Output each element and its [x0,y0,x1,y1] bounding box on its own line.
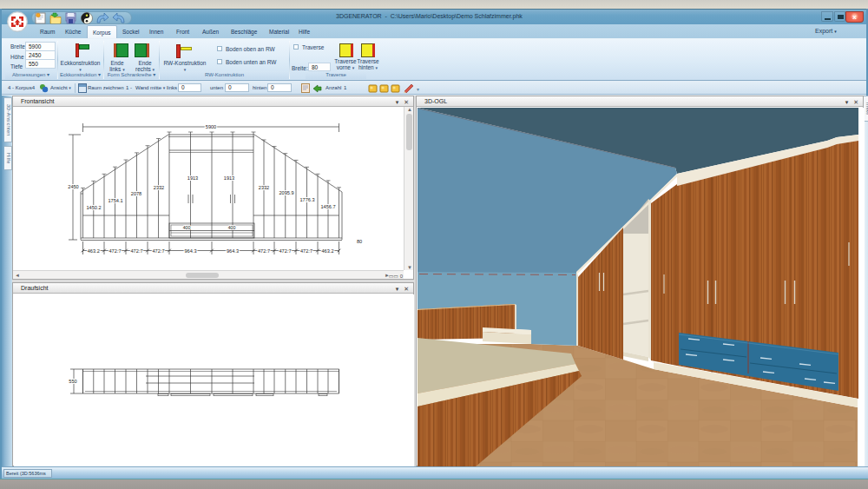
svg-text:964.3: 964.3 [227,248,239,254]
svg-text:1754.1: 1754.1 [108,198,122,203]
svg-text:1776.3: 1776.3 [299,197,314,202]
svg-text:472.7: 472.7 [300,248,312,254]
svg-text:1913: 1913 [224,175,234,181]
svg-text:80: 80 [357,239,362,244]
svg-text:472.7: 472.7 [279,248,292,254]
svg-text:2078: 2078 [131,191,141,196]
svg-text:2450: 2450 [68,184,78,189]
svg-text:550: 550 [69,379,76,384]
svg-text:2095.9: 2095.9 [279,190,293,195]
svg-text:1456.7: 1456.7 [320,204,335,209]
svg-text:472.7: 472.7 [153,248,165,254]
svg-text:463.2: 463.2 [322,248,334,254]
svg-text:964.3: 964.3 [185,248,197,254]
svg-text:2332: 2332 [154,185,164,190]
svg-text:463.2: 463.2 [88,248,100,254]
svg-text:1450.2: 1450.2 [86,205,101,210]
svg-text:472.7: 472.7 [131,248,143,254]
svg-text:2332: 2332 [259,185,269,190]
svg-text:472.7: 472.7 [109,248,122,254]
svg-text:472.7: 472.7 [258,248,270,254]
svg-text:5900: 5900 [206,124,216,129]
svg-text:400: 400 [183,225,191,230]
svg-text:1913: 1913 [187,175,198,181]
svg-text:400: 400 [228,225,236,230]
